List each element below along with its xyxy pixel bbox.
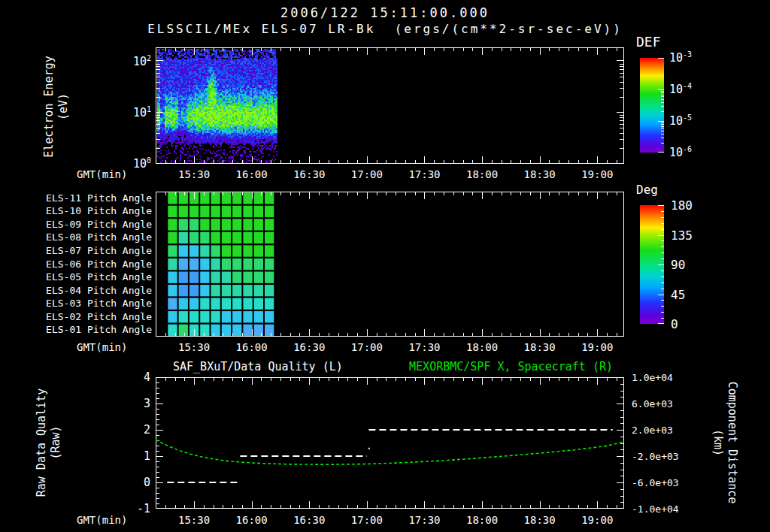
distance-ytick-label: -1.0e+04 [632, 503, 692, 515]
def-colorbar-tick-label: 10-4 [669, 83, 692, 96]
deg-colorbar [640, 205, 664, 324]
gmt-label-middle: GMT(min) [77, 341, 127, 353]
colorbar-tick [661, 240, 664, 241]
colorbar-tick [661, 134, 664, 135]
distance-ytick-label: 2.0e+03 [632, 425, 692, 436]
colorbar-tick [658, 58, 664, 59]
xtick-label: 17:00 [344, 514, 390, 526]
colorbar-tick [661, 289, 664, 289]
colorbar-tick [661, 111, 664, 112]
electron-energy-spectrogram [156, 47, 624, 164]
xtick-label: 17:00 [344, 341, 390, 353]
energy-ytick-label: 100 [115, 157, 151, 171]
colorbar-tick [658, 121, 664, 122]
quality-ytick-label: 0 [117, 476, 150, 489]
mex-els-plot-screen: 2006/122 15:11:00.000 ELSSCIL/MEx ELS-07… [0, 0, 770, 532]
xtick-label: 16:30 [286, 514, 332, 526]
component-distance-axis-label-line1: Component Distance [725, 367, 739, 518]
page-title: 2006/122 15:11:00.000 [0, 5, 770, 20]
raw-quality-axis-label-line2: (Raw) [49, 367, 63, 518]
pitch-row-label: ELS-02 Pitch Angle [21, 311, 152, 322]
quality-ytick-label: 2 [117, 423, 150, 437]
energy-axis-label-line2: (eV) [56, 32, 71, 182]
colorbar-tick [661, 106, 664, 107]
colorbar-tick [658, 264, 664, 265]
colorbar-tick [658, 295, 664, 295]
deg-colorbar-title: Deg [636, 183, 658, 197]
xtick-label: 18:30 [517, 514, 562, 526]
colorbar-tick [661, 92, 664, 93]
xtick-label: 15:30 [171, 514, 217, 526]
quality-title-left: SAF_BXuT/Data Quality (L) [173, 360, 343, 373]
colorbar-tick [661, 223, 664, 224]
quality-ytick-label: 3 [117, 397, 150, 410]
quality-distance-plot [156, 377, 624, 509]
pitch-row-label: ELS-06 Pitch Angle [21, 258, 152, 270]
energy-ytick-label: 102 [115, 55, 151, 68]
def-colorbar-title: DEF [636, 34, 661, 50]
pitch-row-label: ELS-09 Pitch Angle [21, 219, 152, 230]
colorbar-tick [661, 122, 664, 123]
colorbar-tick [661, 318, 664, 319]
pitch-row-label: ELS-10 Pitch Angle [21, 205, 152, 216]
colorbar-tick [658, 89, 664, 90]
colorbar-tick [661, 217, 664, 218]
colorbar-tick [661, 124, 664, 125]
colorbar-tick [661, 229, 664, 230]
pitch-angle-panel [156, 192, 624, 337]
xtick-label: 18:00 [459, 341, 505, 353]
xtick-label: 16:30 [286, 168, 332, 180]
colorbar-tick [661, 306, 664, 307]
deg-colorbar-tick-label: 0 [671, 317, 678, 331]
xtick-label: 16:00 [229, 341, 274, 353]
colorbar-tick [658, 205, 664, 206]
pitch-row-label: ELS-04 Pitch Angle [21, 285, 152, 296]
xtick-label: 18:30 [517, 168, 562, 180]
xtick-label: 17:30 [402, 341, 447, 353]
distance-ytick-label: 6.0e+03 [632, 398, 692, 410]
component-distance-axis-label: Component Distance (km) [709, 367, 739, 518]
colorbar-tick [658, 323, 664, 324]
pitch-row-label: ELS-01 Pitch Angle [21, 324, 152, 335]
xtick-label: 15:30 [171, 168, 217, 180]
xtick-label: 17:00 [344, 168, 390, 180]
colorbar-tick [661, 211, 664, 212]
colorbar-tick [658, 152, 664, 153]
colorbar-tick [661, 131, 664, 131]
colorbar-tick [661, 300, 664, 301]
energy-axis-label: Electron Energy (eV) [42, 32, 72, 182]
colorbar-tick [661, 102, 664, 103]
gmt-label-bottom: GMT(min) [77, 514, 127, 526]
def-colorbar [640, 58, 664, 153]
colorbar-tick [661, 143, 664, 144]
def-colorbar-tick-label: 10-5 [669, 114, 692, 128]
xtick-label: 15:30 [171, 341, 217, 353]
colorbar-tick [661, 258, 664, 259]
pitch-row-label: ELS-07 Pitch Angle [21, 245, 152, 256]
colorbar-tick [661, 277, 664, 277]
raw-quality-axis-label-line1: Raw Data Quality [35, 367, 49, 518]
pitch-row-label: ELS-11 Pitch Angle [21, 192, 152, 204]
distance-ytick-label: 1.0e+04 [632, 372, 692, 383]
colorbar-tick [661, 312, 664, 313]
xtick-label: 19:00 [574, 514, 620, 526]
deg-colorbar-tick-label: 135 [671, 228, 693, 243]
colorbar-tick [661, 138, 664, 138]
xtick-label: 18:30 [517, 341, 562, 353]
deg-colorbar-tick-label: 90 [671, 258, 685, 272]
xtick-label: 18:00 [459, 514, 505, 526]
colorbar-tick [661, 126, 664, 127]
xtick-label: 19:00 [574, 168, 620, 180]
xtick-label: 17:30 [402, 514, 447, 526]
xtick-label: 16:00 [229, 168, 274, 180]
pitch-row-label: ELS-08 Pitch Angle [21, 231, 152, 243]
colorbar-tick [661, 99, 664, 100]
def-colorbar-tick-label: 10-3 [669, 51, 692, 65]
colorbar-tick [661, 96, 664, 97]
distance-ytick-label: -2.0e+03 [632, 451, 692, 462]
distance-ytick-label: -6.0e+03 [632, 477, 692, 488]
colorbar-tick [661, 95, 664, 95]
quality-title-right: MEXORBMC/SPF X, Spacecraft (R) [391, 360, 613, 373]
colorbar-tick [661, 271, 664, 271]
energy-axis-label-line1: Electron Energy [42, 32, 56, 182]
